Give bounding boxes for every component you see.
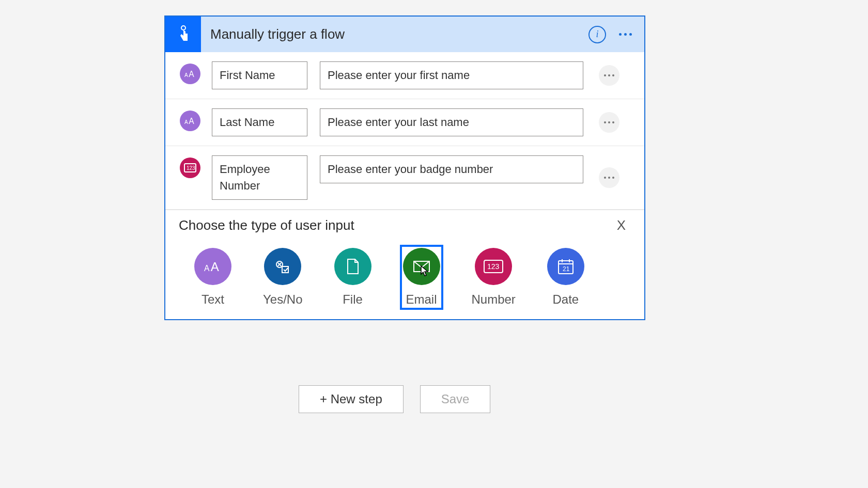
input-label-field[interactable]: First Name bbox=[212, 61, 307, 89]
date-icon: 21 bbox=[547, 248, 584, 285]
input-type-file[interactable]: File bbox=[331, 245, 375, 310]
hand-tap-icon bbox=[173, 24, 194, 45]
info-icon[interactable]: i bbox=[588, 26, 606, 43]
type-label: Yes/No bbox=[263, 292, 303, 307]
trigger-icon bbox=[165, 17, 201, 52]
input-hint-field[interactable]: Please enter your first name bbox=[320, 61, 583, 89]
card-header: Manually trigger a flow i bbox=[165, 17, 644, 52]
input-type-email[interactable]: Email bbox=[400, 245, 443, 310]
svg-text:123: 123 bbox=[487, 262, 500, 271]
footer-actions: + New step Save bbox=[299, 385, 490, 413]
input-more-button[interactable] bbox=[599, 65, 619, 86]
picker-close-button[interactable]: X bbox=[612, 215, 631, 235]
type-label: Date bbox=[553, 292, 579, 307]
input-type-date[interactable]: 21 Date bbox=[544, 245, 587, 310]
text-type-icon: AA bbox=[180, 111, 200, 131]
type-label: File bbox=[343, 292, 363, 307]
input-row: AA First Name Please enter your first na… bbox=[165, 52, 644, 99]
text-icon: AA bbox=[194, 248, 231, 285]
card-title: Manually trigger a flow bbox=[201, 26, 588, 42]
input-type-text[interactable]: AA Text bbox=[191, 245, 235, 310]
input-more-button[interactable] bbox=[599, 167, 619, 188]
svg-text:A: A bbox=[189, 70, 194, 78]
input-row: 123 Employee Number Please enter your ba… bbox=[165, 146, 644, 210]
svg-text:21: 21 bbox=[563, 265, 570, 273]
input-type-yesno[interactable]: Yes/No bbox=[260, 245, 306, 310]
cursor-icon bbox=[421, 265, 429, 277]
type-label: Number bbox=[472, 292, 516, 307]
email-icon bbox=[403, 248, 440, 285]
svg-point-0 bbox=[181, 26, 185, 30]
trigger-card: Manually trigger a flow i AA First Name … bbox=[164, 15, 645, 320]
type-label: Text bbox=[202, 292, 224, 307]
picker-title: Choose the type of user input bbox=[179, 217, 354, 233]
type-list: AA Text Yes/No File bbox=[179, 245, 631, 310]
svg-text:A: A bbox=[184, 119, 188, 124]
yesno-icon bbox=[264, 248, 301, 285]
new-step-button[interactable]: + New step bbox=[299, 385, 404, 413]
svg-text:A: A bbox=[184, 72, 188, 78]
type-label: Email bbox=[406, 292, 437, 307]
svg-text:123: 123 bbox=[187, 165, 195, 171]
input-hint-field[interactable]: Please enter your badge number bbox=[320, 155, 583, 183]
input-row: AA Last Name Please enter your last name bbox=[165, 99, 644, 146]
svg-text:A: A bbox=[189, 116, 194, 125]
input-type-number[interactable]: 123 Number bbox=[469, 245, 519, 310]
input-hint-field[interactable]: Please enter your last name bbox=[320, 108, 583, 136]
input-label-field[interactable]: Employee Number bbox=[212, 155, 307, 200]
text-type-icon: AA bbox=[180, 64, 200, 84]
input-type-picker: Choose the type of user input X AA Text … bbox=[165, 210, 644, 319]
input-more-button[interactable] bbox=[599, 112, 619, 133]
number-type-icon: 123 bbox=[180, 158, 200, 178]
save-button[interactable]: Save bbox=[420, 385, 491, 413]
svg-text:A: A bbox=[204, 263, 210, 272]
svg-text:A: A bbox=[211, 259, 220, 273]
number-icon: 123 bbox=[475, 248, 512, 285]
file-icon bbox=[334, 248, 371, 285]
input-label-field[interactable]: Last Name bbox=[212, 108, 307, 136]
card-more-button[interactable] bbox=[612, 22, 638, 48]
